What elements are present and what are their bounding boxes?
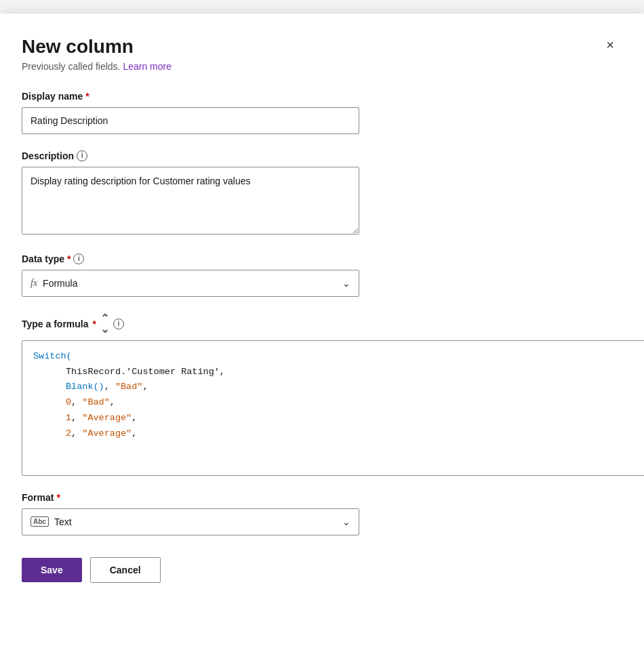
fx-icon: fx: [31, 278, 37, 289]
description-info-icon[interactable]: i: [77, 150, 87, 161]
formula-average-1: "Average": [82, 413, 132, 423]
formula-comma-2: ,: [142, 382, 148, 392]
formula-line-3: Blank(), "Bad",: [33, 380, 641, 395]
formula-comma-4: ,: [110, 397, 115, 407]
description-group: Description i Display rating description…: [22, 150, 617, 237]
cancel-button[interactable]: Cancel: [90, 557, 161, 583]
formula-line-4: 0, "Bad",: [33, 395, 641, 411]
formula-line-5: 1, "Average",: [33, 411, 641, 426]
close-button[interactable]: ×: [603, 35, 617, 54]
formula-comma-3: ,: [71, 397, 82, 407]
formula-1: 1: [66, 413, 71, 423]
formula-comma-1: ,: [104, 382, 115, 392]
format-group: Format * Abc Text ⌄: [22, 492, 617, 535]
formula-editor[interactable]: Switch( ThisRecord.'Customer Rating', Bl…: [22, 340, 644, 476]
formula-bad-1: "Bad": [115, 382, 143, 392]
formula-comma-5: ,: [71, 413, 82, 423]
data-type-chevron: ⌄: [342, 278, 350, 289]
save-button[interactable]: Save: [22, 558, 82, 582]
format-selected: Text: [54, 516, 342, 527]
data-type-select[interactable]: fx Formula ⌄: [22, 270, 359, 297]
data-type-label: Data type * i: [22, 253, 617, 264]
formula-comma-7: ,: [71, 428, 82, 439]
data-type-selected: Formula: [43, 278, 342, 289]
formula-label: Type a formula * ⌃⌄ i: [22, 313, 617, 335]
subtitle-text: Previously called fields.: [22, 61, 121, 72]
display-name-required: *: [85, 91, 89, 102]
formula-average-2: "Average": [82, 428, 132, 439]
subtitle: Previously called fields. Learn more: [22, 61, 617, 72]
formula-comma-6: ,: [132, 413, 137, 423]
formula-2: 2: [66, 428, 71, 439]
buttons-row: Save Cancel: [22, 557, 617, 583]
learn-more-link[interactable]: Learn more: [123, 61, 172, 72]
dialog-title: New column: [22, 35, 134, 58]
dialog-header: New column ×: [22, 35, 617, 58]
format-select[interactable]: Abc Text ⌄: [22, 508, 359, 535]
format-required: *: [56, 492, 60, 503]
formula-line-1: Switch(: [33, 349, 641, 365]
new-column-dialog: New column × Previously called fields. L…: [0, 14, 644, 671]
formula-info-icon[interactable]: i: [113, 319, 124, 329]
data-type-info-icon[interactable]: i: [73, 253, 84, 264]
formula-0: 0: [66, 397, 71, 407]
formula-required: *: [93, 319, 96, 329]
format-chevron: ⌄: [342, 516, 350, 527]
display-name-label: Display name *: [22, 91, 617, 102]
formula-comma-8: ,: [132, 428, 137, 439]
description-label: Description i: [22, 150, 617, 161]
formula-line-6: 2, "Average",: [33, 426, 641, 442]
formula-keyword-switch: Switch(: [33, 351, 72, 361]
data-type-group: Data type * i fx Formula ⌄: [22, 253, 617, 297]
formula-expand-icon[interactable]: ⌃⌄: [100, 313, 109, 335]
formula-bad-2: "Bad": [82, 397, 110, 407]
format-label: Format *: [22, 492, 617, 503]
data-type-required: *: [67, 253, 71, 264]
formula-line-2: ThisRecord.'Customer Rating',: [33, 365, 641, 380]
display-name-group: Display name *: [22, 91, 617, 134]
formula-this-record: ThisRecord.'Customer Rating',: [66, 367, 225, 377]
display-name-input[interactable]: [22, 107, 359, 134]
formula-blank: Blank(): [66, 382, 104, 392]
abc-icon: Abc: [31, 516, 49, 527]
description-input[interactable]: Display rating description for Customer …: [22, 167, 359, 235]
formula-group: Type a formula * ⌃⌄ i Switch( ThisRecord…: [22, 313, 617, 476]
